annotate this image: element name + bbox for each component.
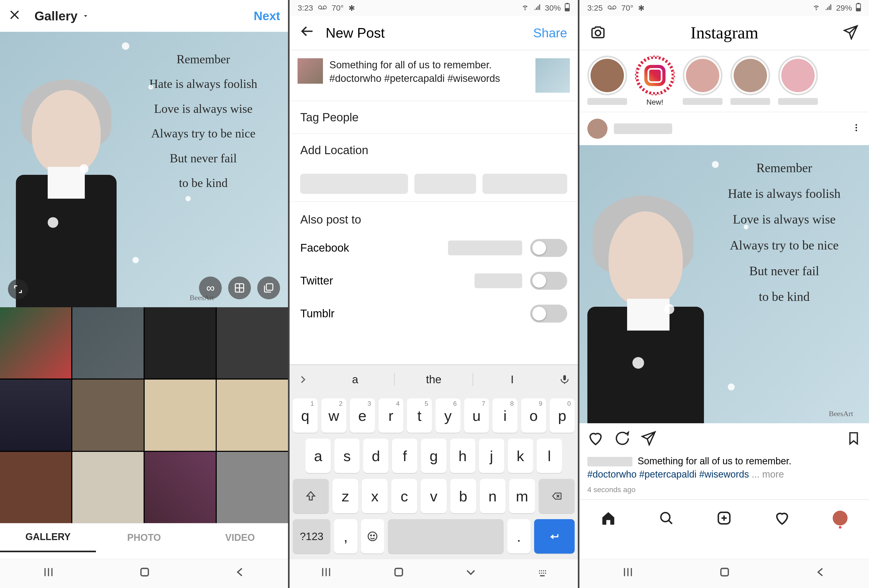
location-chip[interactable] bbox=[482, 174, 567, 194]
key-n[interactable]: n bbox=[480, 479, 506, 513]
thumbnail[interactable] bbox=[217, 452, 288, 523]
like-icon[interactable] bbox=[587, 430, 604, 447]
key-comma[interactable]: , bbox=[334, 519, 357, 554]
key-q[interactable]: q1 bbox=[293, 398, 318, 433]
key-l[interactable]: l bbox=[537, 438, 562, 473]
next-button[interactable]: Next bbox=[254, 9, 280, 23]
keyboard-hide-icon[interactable] bbox=[464, 566, 477, 581]
nav-activity-icon[interactable] bbox=[774, 510, 790, 527]
key-s[interactable]: s bbox=[334, 438, 359, 473]
key-w[interactable]: w2 bbox=[321, 398, 346, 433]
thumbnail[interactable] bbox=[217, 307, 288, 379]
home-icon[interactable] bbox=[392, 566, 405, 581]
key-f[interactable]: f bbox=[392, 438, 417, 473]
story-item[interactable] bbox=[587, 56, 627, 107]
suggestion-1[interactable]: a bbox=[316, 373, 394, 386]
tab-gallery[interactable]: GALLERY bbox=[0, 523, 96, 552]
tag-people-row[interactable]: Tag People bbox=[289, 101, 578, 134]
twitter-toggle[interactable] bbox=[530, 272, 567, 290]
thumbnail[interactable] bbox=[145, 379, 216, 451]
key-r[interactable]: r4 bbox=[378, 398, 403, 433]
location-chip[interactable] bbox=[300, 174, 408, 194]
recents-icon[interactable] bbox=[42, 565, 55, 582]
tab-video[interactable]: VIDEO bbox=[192, 523, 288, 552]
key-k[interactable]: k bbox=[508, 438, 533, 473]
key-space[interactable] bbox=[388, 519, 504, 554]
key-h[interactable]: h bbox=[450, 438, 475, 473]
thumbnail[interactable] bbox=[0, 452, 71, 523]
key-emoji[interactable] bbox=[361, 519, 384, 554]
selected-image-preview[interactable]: Remember Hate is always foolish Love is … bbox=[0, 32, 288, 307]
caption-more[interactable]: ... more bbox=[752, 469, 784, 480]
back-arrow-icon[interactable] bbox=[300, 24, 315, 42]
key-g[interactable]: g bbox=[421, 438, 446, 473]
thumbnail[interactable] bbox=[145, 307, 216, 379]
expand-suggestions-icon[interactable] bbox=[289, 374, 316, 385]
thumbnail[interactable] bbox=[0, 379, 71, 451]
key-t[interactable]: t5 bbox=[407, 398, 432, 433]
suggestion-3[interactable]: I bbox=[473, 373, 551, 386]
boomerang-button[interactable]: ∞ bbox=[199, 277, 222, 299]
story-item[interactable] bbox=[778, 56, 818, 107]
key-v[interactable]: v bbox=[421, 479, 446, 513]
facebook-toggle[interactable] bbox=[530, 239, 567, 257]
thumbnail[interactable] bbox=[145, 452, 216, 523]
story-item[interactable] bbox=[730, 56, 770, 107]
key-u[interactable]: u7 bbox=[464, 398, 489, 433]
key-enter[interactable] bbox=[534, 519, 575, 554]
key-shift[interactable] bbox=[293, 479, 329, 513]
post-avatar[interactable] bbox=[587, 118, 608, 139]
key-j[interactable]: j bbox=[479, 438, 504, 473]
nav-search-icon[interactable] bbox=[658, 510, 675, 527]
camera-icon[interactable] bbox=[590, 24, 606, 41]
tumblr-toggle[interactable] bbox=[530, 305, 567, 323]
close-icon[interactable] bbox=[8, 7, 27, 25]
back-icon[interactable] bbox=[814, 566, 827, 581]
thumbnail[interactable] bbox=[72, 379, 144, 451]
key-period[interactable]: . bbox=[507, 519, 530, 554]
share-button[interactable]: Share bbox=[533, 26, 567, 40]
post-username-redacted[interactable] bbox=[614, 123, 672, 134]
thumbnail-selected[interactable] bbox=[72, 307, 144, 379]
direct-message-icon[interactable] bbox=[843, 25, 859, 41]
stories-tray[interactable]: New! bbox=[580, 50, 869, 112]
keyboard-switch-icon[interactable] bbox=[537, 566, 548, 581]
expand-crop-button[interactable] bbox=[8, 279, 28, 299]
layout-button[interactable] bbox=[228, 277, 251, 299]
post-more-icon[interactable] bbox=[851, 122, 861, 135]
home-icon[interactable] bbox=[718, 566, 731, 581]
thumbnail[interactable] bbox=[217, 379, 288, 451]
key-y[interactable]: y6 bbox=[436, 398, 460, 433]
back-icon[interactable] bbox=[234, 566, 247, 581]
key-backspace[interactable] bbox=[538, 479, 575, 513]
multi-select-button[interactable] bbox=[257, 277, 280, 299]
key-i[interactable]: i8 bbox=[492, 398, 518, 433]
key-a[interactable]: a bbox=[305, 438, 331, 473]
key-z[interactable]: z bbox=[332, 479, 358, 513]
recents-icon[interactable] bbox=[319, 565, 333, 582]
key-m[interactable]: m bbox=[509, 479, 535, 513]
caption-input[interactable]: Something for all of us to remember. #do… bbox=[329, 58, 529, 86]
share-icon[interactable] bbox=[641, 431, 656, 447]
key-c[interactable]: c bbox=[391, 479, 417, 513]
key-symbols[interactable]: ?123 bbox=[293, 519, 331, 554]
nav-new-post-icon[interactable] bbox=[716, 510, 733, 527]
gallery-dropdown[interactable]: Gallery bbox=[34, 9, 89, 23]
caption-username-redacted[interactable] bbox=[587, 457, 632, 467]
tab-photo[interactable]: PHOTO bbox=[96, 523, 192, 552]
suggestion-2[interactable]: the bbox=[395, 373, 473, 386]
post-image[interactable]: Remember Hate is always foolish Love is … bbox=[580, 145, 869, 423]
add-location-row[interactable]: Add Location bbox=[289, 134, 578, 166]
story-item[interactable] bbox=[683, 56, 722, 107]
key-d[interactable]: d bbox=[363, 438, 389, 473]
key-x[interactable]: x bbox=[362, 479, 388, 513]
key-e[interactable]: e3 bbox=[350, 398, 375, 433]
key-p[interactable]: p0 bbox=[550, 398, 575, 433]
comment-icon[interactable] bbox=[614, 430, 630, 447]
bookmark-icon[interactable] bbox=[846, 431, 861, 447]
nav-home-icon[interactable] bbox=[600, 510, 617, 527]
key-o[interactable]: o9 bbox=[521, 398, 546, 433]
home-icon[interactable] bbox=[138, 566, 151, 581]
story-item-new[interactable]: New! bbox=[635, 56, 675, 107]
location-chip[interactable] bbox=[414, 174, 476, 194]
